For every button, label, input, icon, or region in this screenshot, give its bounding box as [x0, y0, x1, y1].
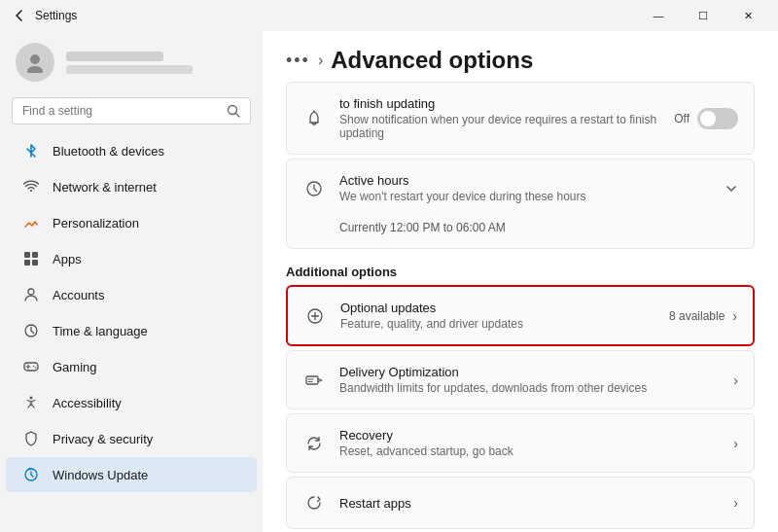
- user-email-bar: [66, 65, 193, 74]
- maximize-button[interactable]: ☐: [681, 0, 725, 31]
- app-title: Settings: [35, 9, 77, 22]
- sidebar-label-time: Time & language: [53, 324, 148, 338]
- sidebar-label-bluetooth: Bluetooth & devices: [53, 144, 164, 159]
- optional-updates-title: Optional updates: [340, 301, 523, 315]
- sidebar-label-windows-update: Windows Update: [53, 468, 148, 482]
- sidebar-item-network[interactable]: Network & internet: [6, 169, 257, 204]
- restart-apps-row[interactable]: Restart apps ›: [286, 477, 755, 529]
- user-profile: [0, 31, 263, 93]
- svg-rect-4: [24, 252, 30, 258]
- accessibility-icon: [21, 393, 41, 412]
- recovery-row[interactable]: Recovery Reset, advanced startup, go bac…: [286, 413, 755, 473]
- optional-updates-badge: 8 available: [669, 309, 725, 323]
- time-icon: [21, 321, 41, 340]
- recovery-text: Recovery Reset, advanced startup, go bac…: [339, 428, 513, 458]
- accounts-icon: [21, 285, 41, 304]
- finish-updating-right: Off: [674, 108, 738, 129]
- svg-point-0: [30, 54, 40, 64]
- sidebar-item-personalization[interactable]: Personalization: [6, 205, 257, 240]
- search-box[interactable]: [12, 97, 251, 124]
- delivery-left: Delivery Optimization Bandwidth limits f…: [302, 365, 647, 395]
- sidebar-item-bluetooth[interactable]: Bluetooth & devices: [6, 133, 257, 168]
- finish-updating-text: to finish updating Show notification whe…: [339, 96, 674, 140]
- minimize-button[interactable]: —: [636, 0, 681, 31]
- sidebar-item-apps[interactable]: Apps: [6, 241, 257, 276]
- settings-section: to finish updating Show notification whe…: [263, 82, 778, 532]
- active-hours-left: Active hours We won't restart your devic…: [302, 173, 586, 203]
- apps-icon: [21, 249, 41, 268]
- sidebar-label-privacy: Privacy & security: [53, 432, 153, 446]
- sidebar-label-network: Network & internet: [53, 180, 157, 195]
- breadcrumb-dots[interactable]: •••: [286, 51, 310, 71]
- delivery-title: Delivery Optimization: [339, 365, 647, 379]
- page-title: Advanced options: [331, 47, 533, 74]
- svg-rect-7: [32, 260, 38, 266]
- finish-updating-toggle[interactable]: [697, 108, 738, 129]
- user-info: [66, 52, 193, 74]
- recovery-icon: [302, 432, 326, 455]
- svg-rect-6: [24, 260, 30, 266]
- sidebar-item-windows-update[interactable]: Windows Update: [6, 457, 257, 492]
- back-icon[interactable]: [12, 8, 27, 23]
- finish-updating-left: to finish updating Show notification whe…: [302, 96, 674, 140]
- search-icon: [227, 104, 240, 118]
- content-header: ••• › Advanced options: [263, 31, 778, 82]
- svg-line-3: [236, 114, 240, 118]
- user-name-bar: [66, 52, 163, 61]
- breadcrumb-chevron: ›: [318, 52, 323, 69]
- titlebar-left: Settings: [12, 8, 77, 23]
- sidebar: Bluetooth & devices Network & internet: [0, 31, 263, 532]
- optional-updates-left: Optional updates Feature, quality, and d…: [303, 301, 523, 331]
- active-hours-text: Active hours We won't restart your devic…: [339, 173, 586, 203]
- optional-updates-text: Optional updates Feature, quality, and d…: [340, 301, 523, 331]
- sidebar-label-accessibility: Accessibility: [53, 396, 122, 410]
- gaming-icon: [21, 357, 41, 376]
- svg-point-13: [33, 366, 35, 368]
- recovery-left: Recovery Reset, advanced startup, go bac…: [302, 428, 513, 458]
- finish-updating-subtitle: Show notification when your device requi…: [339, 113, 674, 140]
- sidebar-label-apps: Apps: [53, 252, 82, 266]
- svg-point-14: [35, 367, 37, 369]
- search-input[interactable]: [22, 104, 219, 118]
- bell-icon: [302, 107, 326, 130]
- plus-circle-icon: [303, 304, 327, 328]
- additional-options-label: Additional options: [286, 253, 755, 285]
- delivery-icon: [302, 369, 326, 392]
- finish-updating-title: to finish updating: [339, 96, 674, 111]
- active-hours-title: Active hours: [339, 173, 586, 188]
- sidebar-item-privacy[interactable]: Privacy & security: [6, 421, 257, 456]
- delivery-chevron: ›: [733, 372, 738, 388]
- sidebar-item-gaming[interactable]: Gaming: [6, 349, 257, 384]
- sidebar-item-accessibility[interactable]: Accessibility: [6, 385, 257, 420]
- svg-point-8: [28, 289, 34, 295]
- sidebar-label-accounts: Accounts: [53, 288, 104, 302]
- sidebar-item-accounts[interactable]: Accounts: [6, 277, 257, 312]
- active-hours-header[interactable]: Active hours We won't restart your devic…: [287, 160, 754, 217]
- chevron-down-icon: [725, 182, 738, 195]
- close-button[interactable]: ✕: [725, 0, 770, 31]
- svg-rect-22: [306, 376, 318, 384]
- svg-point-15: [30, 397, 33, 400]
- restart-apps-text: Restart apps: [339, 496, 411, 511]
- delivery-subtitle: Bandwidth limits for updates, downloads …: [339, 381, 647, 395]
- sidebar-item-time[interactable]: Time & language: [6, 313, 257, 348]
- delivery-optimization-row[interactable]: Delivery Optimization Bandwidth limits f…: [286, 350, 755, 409]
- bluetooth-icon: [21, 141, 41, 160]
- privacy-icon: [21, 429, 41, 448]
- active-hours-current: Currently 12:00 PM to 06:00 AM: [339, 221, 506, 234]
- optional-updates-right: 8 available ›: [669, 308, 737, 324]
- optional-updates-row[interactable]: Optional updates Feature, quality, and d…: [286, 285, 755, 346]
- recovery-chevron: ›: [733, 436, 738, 451]
- clock-icon: [302, 177, 326, 200]
- delivery-text: Delivery Optimization Bandwidth limits f…: [339, 365, 647, 395]
- restart-icon: [302, 491, 326, 514]
- svg-point-1: [27, 66, 43, 73]
- restart-apps-left: Restart apps: [302, 491, 411, 514]
- toggle-label: Off: [674, 112, 690, 125]
- finish-updating-row: to finish updating Show notification whe…: [286, 82, 755, 155]
- window-controls: — ☐ ✕: [636, 0, 770, 31]
- active-hours-row: Active hours We won't restart your devic…: [286, 159, 755, 249]
- personalization-icon: [21, 213, 41, 232]
- titlebar: Settings — ☐ ✕: [0, 0, 778, 31]
- optional-updates-subtitle: Feature, quality, and driver updates: [340, 317, 523, 331]
